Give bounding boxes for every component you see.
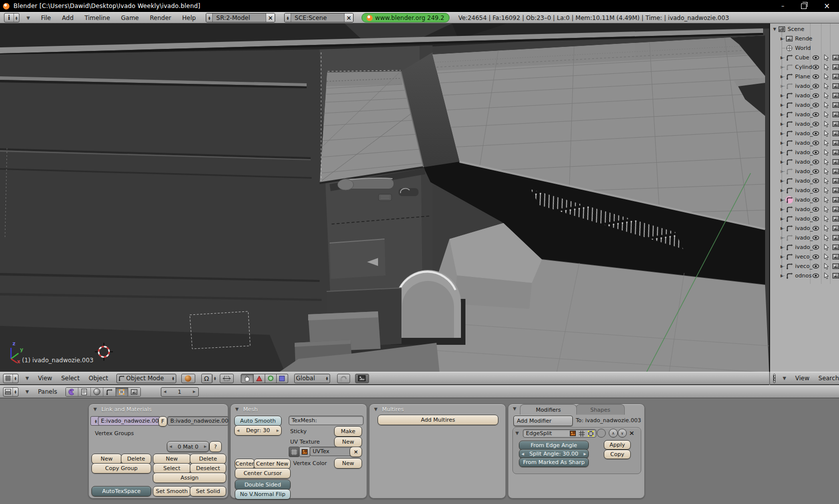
visibility-eye-icon[interactable] [812,215,819,222]
panel-header[interactable]: ▼ Multires [370,404,505,414]
copy-group-button[interactable]: Copy Group [91,463,151,474]
outliner-menu-search[interactable]: Search [819,375,839,382]
scene-delete-button[interactable]: × [344,13,353,22]
selectable-cursor-icon[interactable] [823,262,830,269]
material-prev-icon[interactable]: ◀ [169,445,172,449]
outliner-row[interactable]: ▼ ▶ ivado_ [770,243,839,252]
expand-triangle-icon[interactable]: ▶ [779,169,785,174]
texmesh-field[interactable]: TexMesh: [289,416,364,425]
selectable-cursor-icon[interactable] [823,177,830,184]
screen-selector[interactable]: ▲▼ SR:2-Model × [206,13,275,22]
frame-number[interactable]: 1 [178,389,181,395]
renderable-icon[interactable] [832,54,839,61]
visibility-eye-icon[interactable] [812,149,819,156]
outliner-row[interactable]: ▼ ▶ ivado_ [770,167,839,176]
modifier-move-down-button[interactable]: ∨ [618,429,627,438]
render-preview-button[interactable] [355,374,369,383]
visibility-eye-icon[interactable] [812,111,819,118]
selectable-cursor-icon[interactable] [823,139,830,146]
visibility-eye-icon[interactable] [812,272,819,279]
context-object-button[interactable] [103,388,115,396]
selectable-cursor-icon[interactable] [823,111,830,118]
transform-manipulator-button[interactable] [220,374,234,383]
minimize-button[interactable]: – [781,2,784,9]
panel-header[interactable]: ▼ Mesh [231,404,367,414]
outliner-row[interactable]: ▼ ▶ ivado_ [770,81,839,91]
panel-header[interactable]: ▼ Link and Materials [89,404,228,414]
renderable-icon[interactable] [832,272,839,279]
renderable-icon[interactable] [832,92,839,99]
set-smooth-button[interactable]: Set Smooth [153,486,191,497]
context-editing-button[interactable] [115,388,128,396]
outliner-row[interactable]: ▼ ▶ ivado_ [770,148,839,157]
set-solid-button[interactable]: Set Solid [190,486,226,497]
renderable-icon[interactable] [832,149,839,156]
draw-type-button[interactable] [181,374,195,383]
menu-view[interactable]: View [38,375,52,382]
outliner-row[interactable]: ▼ ▶ ivado_ [770,205,839,214]
renderable-icon[interactable] [832,244,839,251]
window-type-stepper[interactable]: ▲▼ [13,13,19,22]
outliner-row[interactable]: ▼ ▶ Plane [770,72,839,81]
expand-triangle-icon[interactable]: ▶ [779,65,785,69]
modifier-collapse-icon[interactable]: ▼ [515,431,519,436]
outliner-row[interactable]: ▼ ▶ odnos [770,271,839,280]
renderable-icon[interactable] [832,206,839,213]
restore-button[interactable] [801,3,807,9]
material-counter[interactable]: ◀ 0 Mat 0 ▶ [167,441,209,452]
modifier-name-field[interactable]: EdgeSplit [523,429,596,438]
renderable-icon[interactable] [832,187,839,194]
selectable-cursor-icon[interactable] [823,234,830,241]
3d-viewport[interactable]: (1) ivado_nadwozie.003 z y x [0,23,770,372]
visibility-eye-icon[interactable] [812,92,819,99]
visibility-eye-icon[interactable] [812,253,819,260]
buttons-type-button[interactable]: ▲▼ [3,387,18,397]
no-vnormal-flip-button[interactable]: No V.Normal Flip [235,489,291,500]
mode-stepper[interactable]: ▲▼ [172,376,174,380]
selectable-cursor-icon[interactable] [823,253,830,260]
expand-triangle-icon[interactable]: ▶ [779,84,785,88]
uv-image-button[interactable] [299,447,310,457]
visibility-eye-icon[interactable] [812,168,819,175]
outliner-row[interactable]: ▼ ▶ ivado_ [770,195,839,205]
selectable-cursor-icon[interactable] [823,225,830,232]
blender-version-badge[interactable]: www.blender.org 249.2 [362,13,449,22]
renderable-icon[interactable] [832,101,839,108]
scene-stepper[interactable]: ▲▼ [285,13,291,22]
3d-scene[interactable] [0,23,769,372]
outliner-row[interactable]: ▼ ▶ iveco_ [770,261,839,271]
vertex-color-new-button[interactable]: New [334,458,362,469]
outliner-row[interactable]: ▼ ▶ ivado_ [770,186,839,195]
visibility-eye-icon[interactable] [812,139,819,146]
material-new-button[interactable]: New [153,454,191,464]
material-help-button[interactable]: ? [209,441,222,452]
panels-menu[interactable]: Panels [38,388,57,395]
from-marked-sharp-button[interactable]: From Marked As Sharp [519,458,589,467]
outliner-row[interactable]: ▼ ▶ ivado_ [770,91,839,100]
renderable-icon[interactable] [832,63,839,70]
panel-collapse-icon[interactable]: ▼ [374,407,378,412]
scene-selector[interactable]: ▲▼ SCE:Scene × [284,13,354,22]
deselect-button[interactable]: Deselect [190,463,226,474]
add-multires-button[interactable]: Add Multires [378,415,498,425]
renderable-icon[interactable] [832,262,839,269]
menu-collapse-icon[interactable]: ▼ [26,15,30,20]
viewport-type-stepper[interactable]: ▲▼ [12,374,18,383]
frame-prev-icon[interactable]: ◀ [164,390,166,394]
vgroup-new-button[interactable]: New [91,454,122,464]
menu-render[interactable]: Render [150,14,171,21]
material-next-icon[interactable]: ▶ [204,445,207,449]
modifier-delete-button[interactable]: × [628,429,636,437]
renderable-icon[interactable] [832,168,839,175]
material-delete-button[interactable]: Delete [190,454,226,464]
orientation-dropdown[interactable]: Global ▲▼ [294,374,330,383]
outliner-row[interactable]: ▼ ▶ ivado_ [770,138,839,148]
modifier-move-up-button[interactable]: ∧ [609,429,618,438]
selectable-cursor-icon[interactable] [823,149,830,156]
renderable-icon[interactable] [832,225,839,232]
visibility-eye-icon[interactable] [812,63,819,70]
object-name-field[interactable]: B:ivado_nadwozie.003 [167,416,229,426]
selectable-cursor-icon[interactable] [823,63,830,70]
selectable-cursor-icon[interactable] [823,215,830,222]
context-shading-button[interactable] [90,388,103,396]
